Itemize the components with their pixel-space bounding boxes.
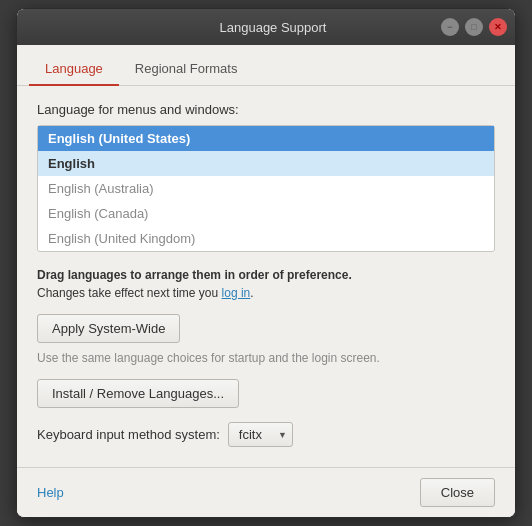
tab-language[interactable]: Language: [29, 53, 119, 86]
section-label: Language for menus and windows:: [37, 102, 495, 117]
install-remove-languages-button[interactable]: Install / Remove Languages...: [37, 379, 239, 408]
footer: Help Close: [17, 467, 515, 517]
close-button[interactable]: Close: [420, 478, 495, 507]
help-link[interactable]: Help: [37, 485, 64, 500]
minimize-button[interactable]: −: [441, 18, 459, 36]
titlebar: Language Support − □ ✕: [17, 9, 515, 45]
drag-hint-prefix: Changes take effect next time you: [37, 286, 222, 300]
titlebar-controls: − □ ✕: [441, 18, 507, 36]
language-list: English (United States) English English …: [37, 125, 495, 252]
language-item-en-ca[interactable]: English (Canada): [38, 201, 494, 226]
drag-hint-suffix: .: [250, 286, 253, 300]
apply-hint: Use the same language choices for startu…: [37, 351, 495, 365]
language-item-en-us[interactable]: English (United States): [38, 126, 494, 151]
apply-system-wide-button[interactable]: Apply System-Wide: [37, 314, 180, 343]
keyboard-select-wrapper: fcitx ibus none: [228, 422, 293, 447]
keyboard-row: Keyboard input method system: fcitx ibus…: [37, 422, 495, 447]
close-window-button[interactable]: ✕: [489, 18, 507, 36]
tab-bar: Language Regional Formats: [17, 45, 515, 86]
tab-regional-formats[interactable]: Regional Formats: [119, 53, 254, 86]
language-support-window: Language Support − □ ✕ Language Regional…: [16, 8, 516, 518]
keyboard-input-method-select[interactable]: fcitx ibus none: [228, 422, 293, 447]
maximize-button[interactable]: □: [465, 18, 483, 36]
language-item-en-uk[interactable]: English (United Kingdom): [38, 226, 494, 251]
content-area: Language for menus and windows: English …: [17, 86, 515, 467]
login-link[interactable]: log in: [222, 286, 251, 300]
window-title: Language Support: [105, 20, 441, 35]
language-item-en-au[interactable]: English (Australia): [38, 176, 494, 201]
keyboard-label: Keyboard input method system:: [37, 427, 220, 442]
drag-hint-bold: Drag languages to arrange them in order …: [37, 268, 352, 282]
drag-hint: Drag languages to arrange them in order …: [37, 266, 495, 302]
language-item-en[interactable]: English: [38, 151, 494, 176]
